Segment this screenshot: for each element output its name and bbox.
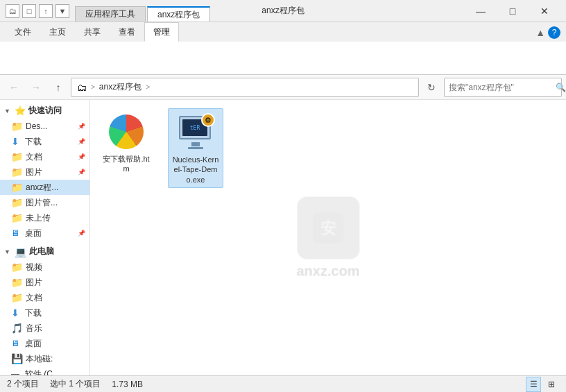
title-bar: 🗂 □ ↑ ▼ 应用程序工具 anxz程序包 anxz程序包 — □ ✕	[0, 0, 566, 22]
sidebar-item-desktop[interactable]: 📁 Des... 📌	[0, 119, 89, 134]
window-controls: — □ ✕	[465, 0, 560, 22]
sidebar-item-desktop3[interactable]: 🖥 桌面	[0, 336, 89, 351]
file-grid: 安下载帮助.htm tER	[98, 108, 558, 188]
sidebar-item-docs[interactable]: 📁 文档 📌	[0, 149, 89, 164]
desktop-icon: 🖥	[11, 228, 22, 238]
sidebar-label: 文档	[26, 151, 42, 163]
htm-circle-icon	[109, 114, 144, 149]
sidebar-item-desktop2[interactable]: 🖥 桌面 📌	[0, 225, 89, 241]
sidebar-item-video[interactable]: 📁 视频	[0, 259, 89, 275]
tab-share[interactable]: 共享	[75, 22, 110, 42]
pin-icon: 📌	[78, 230, 85, 237]
sidebar-item-downloads[interactable]: ⬇ 下载 📌	[0, 134, 89, 149]
breadcrumb: anxz程序包	[99, 81, 142, 93]
back-button[interactable]: ←	[4, 78, 24, 97]
sidebar-label: 桌面	[25, 338, 42, 350]
hdd-icon: 💾	[11, 353, 23, 364]
tab-view[interactable]: 查看	[110, 22, 144, 42]
search-box[interactable]: 🔍	[444, 78, 562, 97]
search-icon[interactable]: 🔍	[556, 83, 566, 92]
sidebar-item-pictures[interactable]: 📁 图片 📌	[0, 164, 89, 180]
folder-icon: 📁	[11, 151, 23, 162]
screen-text: tER	[190, 125, 200, 131]
watermark-text: anxz.com	[296, 263, 359, 279]
folder-icon: 📁	[11, 292, 23, 303]
tb-pin[interactable]: ▼	[55, 4, 69, 18]
pin-icon: 📌	[78, 153, 85, 160]
download-icon: ⬇	[11, 136, 22, 147]
pin-icon: 📌	[78, 123, 85, 130]
ribbon: 文件 主页 共享 查看 管理 ▲ ?	[0, 22, 566, 75]
help-icon[interactable]: ?	[548, 26, 560, 39]
sidebar-item-doc2[interactable]: 📁 文档	[0, 290, 89, 305]
tb-new[interactable]: □	[22, 4, 36, 18]
tiles-view-button[interactable]: ⊞	[544, 377, 559, 392]
file-label-exe: Nucleus-Kernel-Tape-Demo.exe	[171, 155, 220, 185]
tb-up[interactable]: ↑	[39, 4, 53, 18]
sidebar-item-anxz[interactable]: 📁 anxz程...	[0, 180, 89, 195]
search-input[interactable]	[449, 83, 553, 92]
file-label-htm: 安下载帮助.htm	[101, 154, 151, 174]
expand-arrow: ▼	[4, 248, 10, 255]
folder-icon: 📁	[11, 262, 23, 273]
svg-text:安: 安	[319, 219, 336, 237]
minimize-button[interactable]: —	[465, 0, 497, 22]
tab-manage[interactable]: 管理	[144, 22, 179, 42]
download-icon: ⬇	[11, 307, 22, 318]
tab-home[interactable]: 主页	[40, 22, 75, 42]
sidebar-label: anxz程...	[26, 182, 58, 194]
tab-file[interactable]: 文件	[6, 22, 40, 42]
forward-button[interactable]: →	[26, 78, 46, 97]
content-area: 安 anxz.com 安下载帮助.htm	[90, 100, 566, 375]
ribbon-collapse-icon[interactable]: ▲	[535, 27, 545, 38]
quick-access-label: 快速访问	[28, 105, 62, 117]
title-bar-icons: 🗂 □ ↑ ▼	[6, 4, 69, 18]
address-box[interactable]: 🗂 > anxz程序包 >	[71, 78, 419, 97]
file-item-exe[interactable]: tER ⚙ Nucleus	[168, 108, 223, 188]
sidebar-label: 未上传	[26, 212, 51, 224]
sidebar-label: 图片	[26, 277, 42, 289]
sidebar-item-music[interactable]: 🎵 音乐	[0, 321, 89, 336]
this-pc-header[interactable]: ▼ 💻 此电脑	[0, 244, 89, 259]
music-icon: 🎵	[11, 323, 23, 334]
maximize-button[interactable]: □	[497, 0, 529, 22]
details-view-button[interactable]: ☰	[526, 377, 541, 392]
folder-icon: 📁	[11, 182, 23, 193]
desktop-icon: 🖥	[11, 339, 22, 348]
close-button[interactable]: ✕	[529, 0, 560, 22]
refresh-button[interactable]: ↻	[422, 78, 441, 97]
monitor-foot	[188, 147, 203, 149]
quick-access-section: ▼ ⭐ 快速访问 📁 Des... 📌 ⬇ 下载 📌 📁 文档	[0, 103, 89, 241]
sidebar-item-upload[interactable]: 📁 未上传	[0, 210, 89, 225]
this-pc-label: 此电脑	[29, 246, 54, 257]
sidebar-label: 软件 (C...	[25, 368, 60, 376]
pin-icon: 📌	[78, 169, 85, 176]
sidebar: ▼ ⭐ 快速访问 📁 Des... 📌 ⬇ 下载 📌 📁 文档	[0, 100, 90, 375]
sidebar-item-pic2[interactable]: 📁 图片	[0, 275, 89, 290]
up-button[interactable]: ↑	[49, 78, 68, 97]
ribbon-tabs: 文件 主页 共享 查看 管理 ▲ ?	[0, 22, 566, 42]
monitor-stand	[191, 142, 200, 146]
total-items: 2 个项目	[7, 378, 39, 390]
sidebar-label: Des...	[26, 121, 47, 131]
ribbon-content	[0, 42, 566, 75]
sidebar-item-localdisk[interactable]: 💾 本地磁:	[0, 351, 89, 366]
star-icon: ⭐	[15, 105, 26, 116]
sidebar-item-software[interactable]: — 软件 (C...	[0, 366, 89, 375]
folder-icon: 📁	[11, 167, 23, 178]
tab-apptools[interactable]: 应用程序工具	[75, 6, 146, 22]
window: 🗂 □ ↑ ▼ 应用程序工具 anxz程序包 anxz程序包 — □ ✕ 文件 …	[0, 0, 566, 392]
sidebar-label: 图片	[26, 167, 42, 178]
sidebar-item-picmgr[interactable]: 📁 图片管...	[0, 195, 89, 210]
quick-access-header[interactable]: ▼ ⭐ 快速访问	[0, 103, 89, 119]
file-item-htm[interactable]: 安下载帮助.htm	[98, 108, 154, 188]
sidebar-label: 下载	[25, 307, 42, 319]
view-controls: ☰ ⊞	[526, 377, 559, 392]
folder-icon: 📁	[11, 212, 23, 223]
expand-arrow: ▼	[4, 108, 10, 114]
sidebar-item-dl2[interactable]: ⬇ 下载	[0, 305, 89, 321]
exe-file-icon: tER ⚙	[175, 112, 216, 153]
body-area: ▼ ⭐ 快速访问 📁 Des... 📌 ⬇ 下载 📌 📁 文档	[0, 100, 566, 375]
tab-anxzpackage[interactable]: anxz程序包	[147, 6, 210, 22]
pc-icon: 💻	[15, 246, 26, 257]
